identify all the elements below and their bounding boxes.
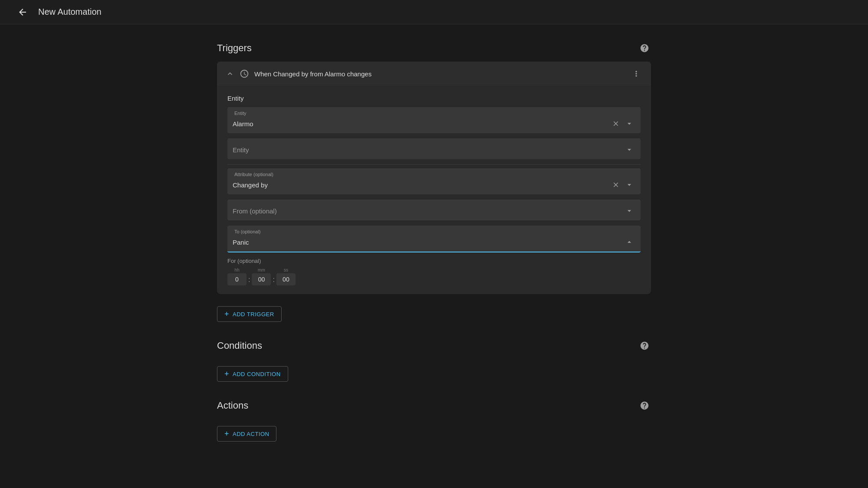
hours-input[interactable] xyxy=(227,273,247,285)
attribute-field-input-row: Changed by xyxy=(227,177,641,194)
attribute-field-actions xyxy=(610,179,635,191)
back-icon xyxy=(17,7,28,17)
clear-icon-2 xyxy=(612,181,620,189)
to-field: To (optional) xyxy=(227,226,641,252)
time-separator-1: : xyxy=(248,276,250,284)
app-header: New Automation xyxy=(0,0,868,24)
back-button[interactable] xyxy=(14,3,31,21)
clear-icon xyxy=(612,120,620,128)
to-field-actions xyxy=(623,236,635,248)
to-field-input[interactable] xyxy=(233,239,623,246)
collapse-button[interactable] xyxy=(224,68,236,80)
add-action-button[interactable]: + ADD ACTION xyxy=(217,426,276,442)
to-field-dropdown-button[interactable] xyxy=(623,236,635,248)
minutes-field: mm xyxy=(252,268,271,285)
conditions-title: Conditions xyxy=(217,340,262,351)
trigger-more-button[interactable] xyxy=(628,68,644,80)
to-field-input-row xyxy=(227,234,641,252)
conditions-section-header: Conditions xyxy=(217,339,651,352)
actions-section: Actions + ADD ACTION xyxy=(217,399,651,442)
triggers-section-header: Triggers xyxy=(217,42,651,55)
time-inputs: hh : mm : ss xyxy=(227,268,641,285)
attribute-field-label: Attribute (optional) xyxy=(227,168,641,177)
conditions-help-icon xyxy=(640,341,649,350)
add-action-icon: + xyxy=(224,430,229,438)
add-trigger-button[interactable]: + ADD TRIGGER xyxy=(217,306,282,322)
seconds-field: ss xyxy=(276,268,296,285)
entity-field-2-actions xyxy=(623,144,635,156)
minutes-input[interactable] xyxy=(252,273,271,285)
more-vert-icon xyxy=(632,69,641,78)
add-condition-label: ADD CONDITION xyxy=(233,371,281,377)
seconds-input[interactable] xyxy=(276,273,296,285)
chevron-up-icon xyxy=(625,238,634,246)
help-icon xyxy=(640,43,649,53)
add-trigger-icon: + xyxy=(224,310,229,318)
entity-field-1-input-row: Alarmo xyxy=(227,116,641,133)
entity-field-1-label: Entity xyxy=(227,107,641,116)
from-field-dropdown-button[interactable] xyxy=(623,205,635,217)
collapse-icon xyxy=(226,69,234,78)
main-content: Triggers When Change xyxy=(217,24,651,476)
triggers-help-button[interactable] xyxy=(638,42,651,55)
add-condition-icon: + xyxy=(224,370,229,378)
ss-label: ss xyxy=(284,268,288,272)
actions-help-icon xyxy=(640,401,649,410)
trigger-content: Entity Entity Alarmo xyxy=(217,86,651,294)
actions-section-header: Actions xyxy=(217,399,651,412)
entity-field-1-dropdown-button[interactable] xyxy=(623,118,635,130)
triggers-title: Triggers xyxy=(217,43,252,54)
add-condition-button[interactable]: + ADD CONDITION xyxy=(217,366,288,382)
entity-field-1-clear-button[interactable] xyxy=(610,118,621,129)
entity-group-label: Entity xyxy=(227,95,641,102)
hours-field: hh xyxy=(227,268,247,285)
mm-label: mm xyxy=(258,268,265,272)
to-field-label: To (optional) xyxy=(227,226,641,234)
actions-help-button[interactable] xyxy=(638,399,651,412)
entity-field-2-input-row: Entity xyxy=(227,138,641,159)
attribute-field-dropdown-button[interactable] xyxy=(623,179,635,191)
from-field: From (optional) xyxy=(227,200,641,220)
chevron-down-icon xyxy=(625,119,634,128)
attribute-field: Attribute (optional) Changed by xyxy=(227,168,641,194)
time-separator-2: : xyxy=(273,276,274,284)
attribute-field-value: Changed by xyxy=(233,181,610,189)
entity-field-1: Entity Alarmo xyxy=(227,107,641,133)
hh-label: hh xyxy=(234,268,239,272)
from-field-actions xyxy=(623,205,635,217)
entity-field-2-label-text: Entity xyxy=(233,146,623,154)
trigger-card-title: When Changed by from Alarmo changes xyxy=(254,70,628,78)
actions-title: Actions xyxy=(217,400,248,411)
from-field-label-text: From (optional) xyxy=(233,207,623,215)
conditions-section: Conditions + ADD CONDITION xyxy=(217,339,651,382)
chevron-down-icon-3 xyxy=(625,180,634,189)
chevron-down-icon-4 xyxy=(625,206,634,215)
trigger-type-icon xyxy=(240,69,249,79)
for-label: For (optional) xyxy=(227,258,641,264)
trigger-card: When Changed by from Alarmo changes Enti… xyxy=(217,62,651,294)
entity-field-2-dropdown-button[interactable] xyxy=(623,144,635,156)
entity-field-1-value: Alarmo xyxy=(233,120,610,128)
page-title: New Automation xyxy=(38,7,102,17)
divider-1 xyxy=(227,164,641,165)
for-section: For (optional) hh : mm : ss xyxy=(227,258,641,285)
trigger-card-header: When Changed by from Alarmo changes xyxy=(217,62,651,86)
triggers-section: Triggers When Change xyxy=(217,42,651,322)
add-trigger-label: ADD TRIGGER xyxy=(233,311,274,318)
entity-field-2: Entity xyxy=(227,138,641,159)
conditions-help-button[interactable] xyxy=(638,339,651,352)
attribute-field-clear-button[interactable] xyxy=(610,179,621,190)
add-action-label: ADD ACTION xyxy=(233,431,269,437)
chevron-down-icon-2 xyxy=(625,145,634,154)
from-field-input-row: From (optional) xyxy=(227,200,641,220)
entity-field-1-actions xyxy=(610,118,635,130)
